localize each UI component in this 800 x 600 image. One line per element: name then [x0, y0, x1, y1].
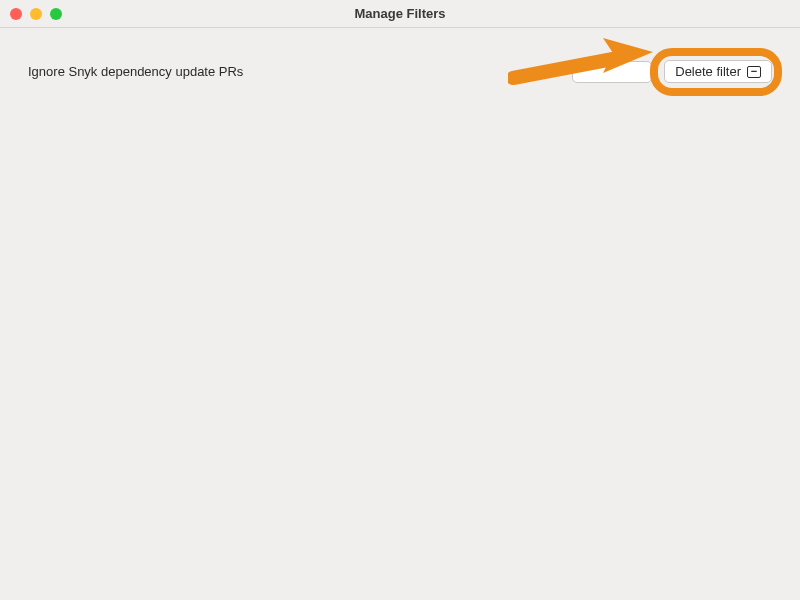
window-title: Manage Filters	[0, 6, 800, 21]
delete-filter-label: Delete filter	[675, 64, 741, 79]
filter-actions: Delete filter −	[572, 60, 772, 83]
filter-name-label: Ignore Snyk dependency update PRs	[28, 64, 243, 79]
minimize-window-button[interactable]	[30, 8, 42, 20]
edit-filter-button[interactable]	[572, 61, 652, 83]
filter-row: Ignore Snyk dependency update PRs Delete…	[0, 28, 800, 115]
titlebar: Manage Filters	[0, 0, 800, 28]
maximize-window-button[interactable]	[50, 8, 62, 20]
close-window-button[interactable]	[10, 8, 22, 20]
delete-filter-button[interactable]: Delete filter −	[664, 60, 772, 83]
minus-icon: −	[747, 66, 761, 78]
traffic-lights	[10, 8, 62, 20]
